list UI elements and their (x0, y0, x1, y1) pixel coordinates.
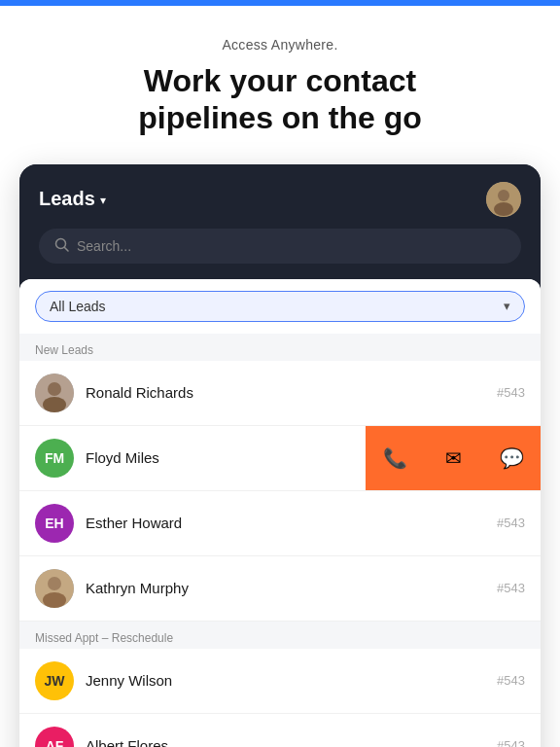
table-row[interactable]: AF Albert Flores #543 (19, 714, 541, 747)
svg-point-2 (494, 202, 513, 216)
avatar: FM (35, 439, 74, 478)
svg-point-9 (48, 577, 61, 590)
contact-name: Esther Howard (86, 515, 489, 531)
swipe-row-container: FM Floyd Miles 📞 ✉ 💬 (19, 426, 541, 491)
svg-point-1 (498, 190, 509, 201)
leads-title-group[interactable]: Leads ▾ (39, 188, 106, 210)
avatar: AF (35, 727, 74, 747)
avatar (35, 569, 74, 608)
app-card: Leads ▾ Search.. (19, 164, 541, 747)
email-button[interactable]: ✉ (424, 426, 482, 490)
svg-point-6 (48, 382, 61, 396)
search-placeholder: Search... (77, 238, 131, 254)
list-section: All Leads ▾ New Leads Ronald Richards #5… (19, 279, 541, 747)
contact-name: Floyd Miles (86, 449, 366, 466)
leads-dropdown-chevron: ▾ (100, 194, 106, 207)
contact-id: #543 (497, 581, 525, 595)
section-label-new-leads: New Leads (19, 334, 541, 361)
filter-label: All Leads (50, 299, 106, 314)
contact-id: #543 (497, 385, 525, 400)
hero-section: Access Anywhere. Work your contact pipel… (0, 6, 560, 164)
leads-title: Leads (39, 188, 95, 210)
table-row[interactable]: JW Jenny Wilson #543 (19, 649, 541, 714)
table-row[interactable]: Kathryn Murphy #543 (19, 556, 541, 622)
contact-id: #543 (497, 673, 525, 688)
app-card-inner: Leads ▾ Search.. (19, 164, 541, 747)
table-row[interactable]: Ronald Richards #543 (19, 361, 541, 426)
contact-id: #543 (497, 516, 525, 530)
avatar (35, 374, 74, 412)
filter-chevron: ▾ (504, 299, 510, 313)
filter-dropdown[interactable]: All Leads ▾ (35, 291, 525, 322)
search-bar[interactable]: Search... (39, 229, 521, 264)
svg-line-4 (65, 247, 69, 251)
avatar: EH (35, 504, 74, 543)
user-avatar[interactable] (486, 182, 521, 217)
table-row[interactable]: EH Esther Howard #543 (19, 491, 541, 556)
user-avatar-svg (486, 182, 521, 217)
contact-name: Albert Flores (86, 737, 489, 747)
contact-name: Jenny Wilson (86, 672, 489, 689)
hero-subtitle: Access Anywhere. (39, 37, 521, 53)
contact-name: Ronald Richards (86, 384, 489, 401)
filter-row: All Leads ▾ (19, 279, 541, 334)
app-header: Leads ▾ (19, 164, 541, 229)
contact-name: Kathryn Murphy (86, 580, 489, 596)
contact-id: #543 (497, 738, 525, 747)
message-button[interactable]: 💬 (482, 426, 541, 490)
svg-point-7 (43, 397, 66, 412)
svg-point-10 (43, 592, 66, 608)
search-icon (54, 237, 69, 255)
hero-title: Work your contact pipelines on the go (39, 62, 521, 137)
call-button[interactable]: 📞 (366, 426, 424, 490)
user-avatar-face (486, 182, 521, 217)
section-label-missed-appt: Missed Appt – Reschedule (19, 622, 541, 649)
avatar: JW (35, 661, 74, 700)
swipe-actions: 📞 ✉ 💬 (366, 426, 541, 490)
